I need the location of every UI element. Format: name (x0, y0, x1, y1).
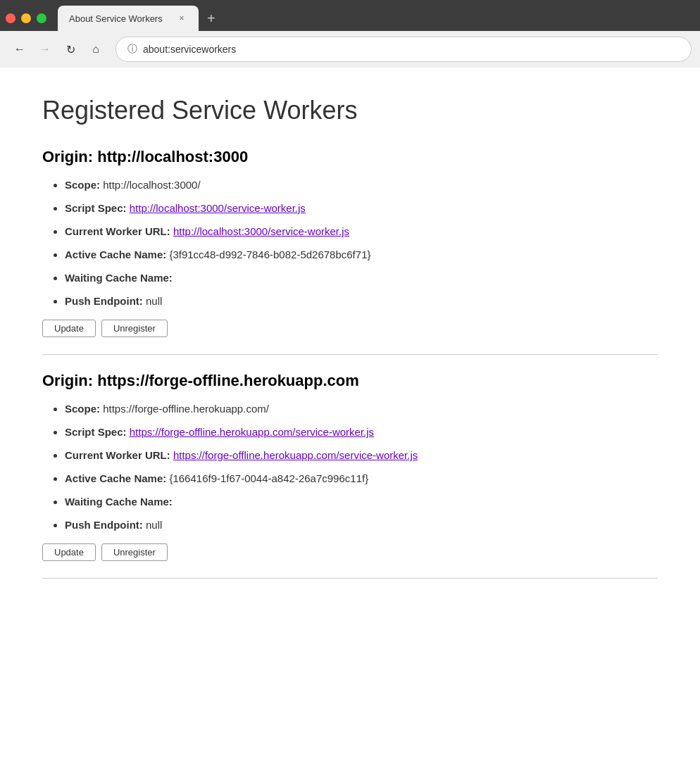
forward-button[interactable]: → (34, 38, 56, 61)
worker-url-link-heroku[interactable]: https://forge-offline.herokuapp.com/serv… (173, 449, 418, 461)
new-tab-button[interactable]: + (201, 8, 221, 30)
prop-value: null (146, 519, 162, 531)
list-item: Scope: http://localhost:3000/ (65, 177, 658, 192)
page-title: Registered Service Workers (42, 96, 658, 125)
list-item: Waiting Cache Name: (65, 270, 658, 285)
prop-value: http://localhost:3000/ (103, 179, 200, 191)
list-item: Scope: https://forge-offline.herokuapp.c… (65, 401, 658, 416)
prop-value: https://forge-offline.herokuapp.com/ (103, 403, 269, 415)
update-button-heroku[interactable]: Update (42, 543, 96, 561)
tab-bar: About Service Workers × + (0, 0, 700, 31)
prop-label: Waiting Cache Name: (65, 272, 173, 284)
tab-close-button[interactable]: × (176, 13, 187, 24)
prop-label: Push Endpoint: (65, 295, 146, 307)
script-spec-link-heroku[interactable]: https://forge-offline.herokuapp.com/serv… (130, 426, 374, 438)
list-item: Script Spec: http://localhost:3000/servi… (65, 201, 658, 215)
info-icon: ⓘ (127, 43, 137, 56)
home-button[interactable]: ⌂ (85, 38, 107, 61)
list-item: Current Worker URL: http://localhost:300… (65, 224, 658, 239)
prop-label: Push Endpoint: (65, 519, 146, 531)
address-text: about:serviceworkers (143, 44, 236, 55)
prop-value: null (146, 295, 162, 307)
nav-bar: ← → ↻ ⌂ ⓘ about:serviceworkers (0, 31, 700, 68)
prop-label: Active Cache Name: (65, 249, 169, 260)
section-divider (42, 354, 658, 355)
list-item: Active Cache Name: {166416f9-1f67-0044-a… (65, 471, 658, 486)
section-heroku: Origin: https://forge-offline.herokuapp.… (42, 372, 658, 561)
list-item: Current Worker URL: https://forge-offlin… (65, 448, 658, 463)
page-content: Registered Service Workers Origin: http:… (0, 68, 700, 780)
window-maximize-button[interactable] (37, 13, 46, 23)
back-button[interactable]: ← (8, 38, 31, 61)
window-close-button[interactable] (6, 13, 15, 23)
update-button-localhost[interactable]: Update (42, 320, 96, 337)
origin-heading-heroku: Origin: https://forge-offline.herokuapp.… (42, 372, 658, 390)
section-localhost: Origin: http://localhost:3000 Scope: htt… (42, 148, 658, 337)
unregister-button-localhost[interactable]: Unregister (101, 320, 168, 337)
properties-list-localhost: Scope: http://localhost:3000/ Script Spe… (42, 177, 658, 308)
prop-value: {3f91cc48-d992-7846-b082-5d2678bc6f71} (169, 249, 370, 260)
address-bar[interactable]: ⓘ about:serviceworkers (115, 37, 692, 62)
prop-label: Script Spec: (65, 202, 130, 214)
worker-url-link-localhost[interactable]: http://localhost:3000/service-worker.js (173, 225, 349, 237)
prop-label: Waiting Cache Name: (65, 496, 173, 508)
section-actions-heroku: Update Unregister (42, 543, 658, 561)
browser-chrome: About Service Workers × + ← → ↻ ⌂ ⓘ abou… (0, 0, 700, 68)
prop-label: Script Spec: (65, 426, 130, 438)
prop-label: Current Worker URL: (65, 449, 173, 461)
tab-title: About Service Workers (69, 13, 170, 24)
origin-heading-localhost: Origin: http://localhost:3000 (42, 148, 658, 166)
reload-button[interactable]: ↻ (59, 38, 82, 61)
active-tab[interactable]: About Service Workers × (58, 6, 199, 31)
list-item: Script Spec: https://forge-offline.herok… (65, 424, 658, 439)
section-divider-bottom (42, 578, 658, 579)
unregister-button-heroku[interactable]: Unregister (101, 543, 168, 561)
list-item: Active Cache Name: {3f91cc48-d992-7846-b… (65, 247, 658, 262)
prop-label: Current Worker URL: (65, 225, 173, 237)
window-controls (6, 13, 46, 23)
prop-label: Scope: (65, 403, 103, 415)
section-actions-localhost: Update Unregister (42, 320, 658, 337)
properties-list-heroku: Scope: https://forge-offline.herokuapp.c… (42, 401, 658, 532)
prop-value: {166416f9-1f67-0044-a842-26a7c996c11f} (169, 472, 368, 484)
prop-label: Scope: (65, 179, 103, 191)
script-spec-link-localhost[interactable]: http://localhost:3000/service-worker.js (130, 202, 306, 214)
prop-label: Active Cache Name: (65, 472, 169, 484)
list-item: Waiting Cache Name: (65, 494, 658, 509)
window-minimize-button[interactable] (21, 13, 31, 23)
list-item: Push Endpoint: null (65, 517, 658, 532)
list-item: Push Endpoint: null (65, 294, 658, 308)
